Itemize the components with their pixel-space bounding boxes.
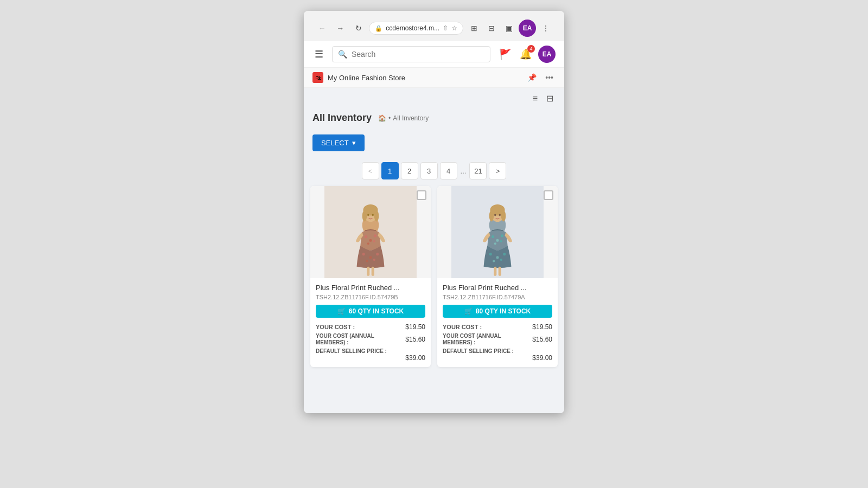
address-bar[interactable]: 🔒 ccdemostore4.m... ⇧ ☆ bbox=[369, 22, 463, 35]
search-icon: 🔍 bbox=[338, 50, 347, 59]
store-actions: 📌 ••• bbox=[525, 71, 556, 84]
svg-point-26 bbox=[494, 214, 496, 216]
cart-icon-1: 🛒 bbox=[337, 307, 346, 315]
svg-point-13 bbox=[362, 253, 365, 255]
stock-badge-2[interactable]: 🛒 80 QTY IN STOCK bbox=[443, 305, 552, 318]
svg-point-28 bbox=[492, 235, 494, 238]
grid-view-button[interactable]: ⊟ bbox=[544, 92, 556, 105]
products-grid: Plus Floral Print Ruched ... TSH2.12.ZB1… bbox=[304, 186, 564, 374]
product-image-svg-1 bbox=[310, 186, 431, 278]
search-input[interactable] bbox=[352, 50, 484, 59]
url-text: ccdemostore4.m... bbox=[386, 24, 439, 32]
svg-point-32 bbox=[500, 240, 502, 242]
product-name-2: Plus Floral Print Ruched ... bbox=[443, 284, 552, 292]
list-view-icon: ≡ bbox=[533, 94, 538, 103]
browser-actions: ⊞ ⊟ ▣ EA ⋮ bbox=[467, 20, 553, 37]
page-2-label: 2 bbox=[407, 167, 411, 175]
default-price-section-1: DEFAULT SELLING PRICE : $39.00 bbox=[316, 348, 425, 362]
hamburger-icon: ☰ bbox=[315, 49, 323, 60]
avatar-initials: EA bbox=[523, 24, 532, 32]
svg-point-36 bbox=[493, 260, 495, 262]
user-avatar-nav[interactable]: EA bbox=[538, 46, 556, 63]
forward-button[interactable]: → bbox=[333, 21, 347, 36]
page-header: All Inventory 🏠 • All Inventory bbox=[304, 109, 564, 130]
pin-button[interactable]: 📌 bbox=[525, 71, 539, 84]
svg-point-34 bbox=[496, 256, 499, 259]
your-cost-label-2: YOUR COST : bbox=[443, 324, 482, 330]
browser-more-icon: ⋮ bbox=[542, 24, 550, 33]
store-icon: 🛍 bbox=[312, 72, 323, 83]
svg-point-12 bbox=[373, 240, 375, 242]
product-image-svg-2 bbox=[437, 186, 558, 278]
svg-point-11 bbox=[367, 242, 369, 245]
svg-point-33 bbox=[489, 253, 492, 255]
svg-point-24 bbox=[489, 210, 494, 221]
default-price-value-2: $39.00 bbox=[443, 354, 552, 362]
product-card: Plus Floral Print Ruched ... TSH2.12.ZB1… bbox=[310, 186, 431, 367]
lock-icon: 🔒 bbox=[375, 25, 382, 32]
star-icon: ☆ bbox=[451, 24, 457, 32]
svg-point-6 bbox=[367, 214, 369, 216]
annual-cost-value-1: $15.60 bbox=[405, 336, 425, 343]
store-more-icon: ••• bbox=[545, 73, 553, 82]
product-info-2: Plus Floral Print Ruched ... TSH2.12.ZB1… bbox=[437, 278, 558, 367]
notification-badge: 4 bbox=[527, 45, 535, 53]
forward-icon: → bbox=[336, 24, 344, 33]
product-image-2 bbox=[437, 186, 558, 278]
prev-page-button[interactable]: < bbox=[362, 162, 379, 179]
next-page-button[interactable]: > bbox=[489, 162, 506, 179]
flag-icon: 🚩 bbox=[499, 49, 511, 60]
breadcrumb-home-icon: 🏠 bbox=[378, 114, 386, 122]
store-name: My Online Fashion Store bbox=[328, 74, 405, 82]
app-content: ☰ 🔍 🚩 🔔 4 EA bbox=[304, 41, 564, 413]
tab-menu-button[interactable]: ⊟ bbox=[484, 21, 499, 36]
stock-badge-1[interactable]: 🛒 60 QTY IN STOCK bbox=[316, 305, 425, 318]
user-avatar[interactable]: EA bbox=[519, 20, 536, 37]
pin-icon: 📌 bbox=[527, 73, 537, 82]
product-checkbox-2[interactable] bbox=[544, 190, 553, 200]
extensions-icon: ⊞ bbox=[471, 24, 477, 33]
store-more-button[interactable]: ••• bbox=[543, 71, 556, 84]
annual-cost-row-2: YOUR COST (ANNUAL MEMBERS) : $15.60 bbox=[443, 333, 552, 346]
browser-more-button[interactable]: ⋮ bbox=[538, 21, 553, 36]
page-1-label: 1 bbox=[388, 167, 392, 175]
page-4-button[interactable]: 4 bbox=[440, 162, 457, 179]
svg-point-35 bbox=[503, 253, 506, 255]
svg-point-15 bbox=[376, 253, 379, 255]
hamburger-button[interactable]: ☰ bbox=[312, 46, 326, 62]
select-button[interactable]: SELECT ▾ bbox=[312, 134, 365, 151]
browser-chrome: ← → ↻ 🔒 ccdemostore4.m... ⇧ ☆ ⊞ bbox=[304, 11, 564, 41]
page-last-button[interactable]: 21 bbox=[469, 162, 487, 179]
cart-icon-2: 🛒 bbox=[464, 307, 473, 315]
browser-controls-row: ← → ↻ 🔒 ccdemostore4.m... ⇧ ☆ ⊞ bbox=[310, 15, 558, 41]
svg-point-7 bbox=[372, 214, 374, 216]
page-ellipsis: ... bbox=[459, 167, 468, 175]
prev-icon: < bbox=[368, 167, 373, 175]
breadcrumb-separator: • bbox=[388, 114, 391, 122]
media-button[interactable]: ▣ bbox=[501, 21, 516, 36]
svg-point-37 bbox=[500, 259, 502, 261]
svg-point-31 bbox=[494, 242, 496, 245]
product-checkbox-1[interactable] bbox=[417, 190, 426, 200]
list-view-button[interactable]: ≡ bbox=[531, 92, 540, 105]
annual-cost-value-2: $15.60 bbox=[532, 336, 552, 343]
default-price-label-1: DEFAULT SELLING PRICE : bbox=[316, 348, 425, 354]
page-1-button[interactable]: 1 bbox=[381, 162, 399, 179]
page-2-button[interactable]: 2 bbox=[401, 162, 418, 179]
your-cost-row-1: YOUR COST : $19.50 bbox=[316, 323, 425, 331]
your-cost-label-1: YOUR COST : bbox=[316, 324, 355, 330]
notification-button[interactable]: 🔔 4 bbox=[518, 46, 534, 62]
search-bar[interactable]: 🔍 bbox=[332, 46, 490, 62]
flag-button[interactable]: 🚩 bbox=[497, 46, 513, 62]
grid-view-icon: ⊟ bbox=[546, 94, 553, 103]
refresh-button[interactable]: ↻ bbox=[351, 21, 366, 36]
top-nav-actions: 🚩 🔔 4 EA bbox=[497, 46, 556, 63]
product-sku-1: TSH2.12.ZB11716F.ID.57479B bbox=[316, 294, 425, 300]
next-icon: > bbox=[496, 167, 500, 175]
breadcrumb: 🏠 • All Inventory bbox=[378, 114, 429, 122]
page-3-button[interactable]: 3 bbox=[420, 162, 438, 179]
breadcrumb-label: All Inventory bbox=[393, 114, 429, 122]
back-button[interactable]: ← bbox=[315, 21, 329, 36]
product-card-2: Plus Floral Print Ruched ... TSH2.12.ZB1… bbox=[437, 186, 558, 367]
extensions-button[interactable]: ⊞ bbox=[467, 21, 482, 36]
